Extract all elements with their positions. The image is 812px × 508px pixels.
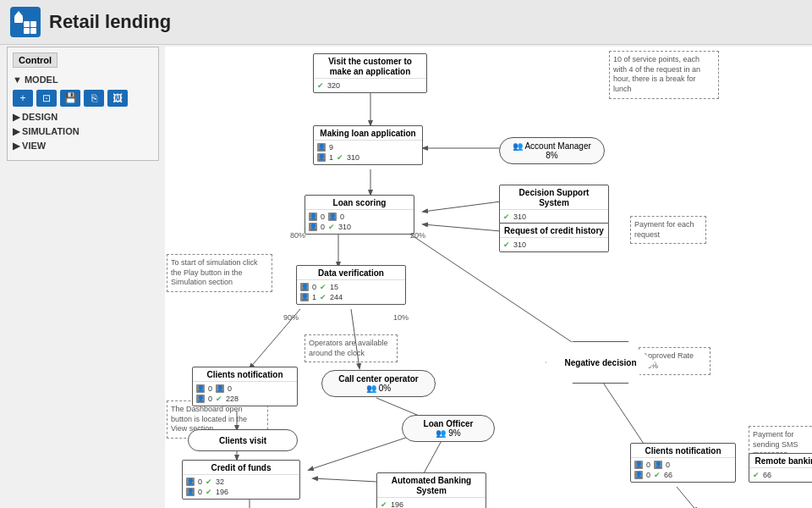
clients-notification1-stats: 👤 0 👤 0 👤 0 ✔ 228 xyxy=(193,382,297,406)
pct-20: 20% xyxy=(410,231,425,240)
loan-officer-title: Loan Officer xyxy=(409,419,487,428)
view-section[interactable]: ▶ VIEW xyxy=(13,141,153,152)
negative-decision-title: Negative decision xyxy=(564,358,636,367)
making-loan-stats: 👤 9 👤 1 ✔ 310 xyxy=(314,141,422,164)
view-label: ▶ VIEW xyxy=(13,141,153,152)
annotation-operators: Operators are available around the clock xyxy=(304,334,398,362)
svg-rect-2 xyxy=(24,21,30,27)
loan-officer-pct: 👥 9% xyxy=(409,428,487,438)
control-tab[interactable]: Control xyxy=(13,52,58,68)
add-btn[interactable]: + xyxy=(13,90,33,107)
data-verification-stats: 👤 0 ✔ 15 👤 1 ✔ 244 xyxy=(297,280,405,304)
svg-rect-0 xyxy=(14,16,23,23)
clients-notification2-node[interactable]: Clients notification 👤 0 👤 0 👤 0 ✔ 66 xyxy=(630,443,736,483)
svg-marker-1 xyxy=(14,11,23,16)
remote-banking-title: Remote banking service xyxy=(749,454,812,468)
pct-80: 80% xyxy=(290,231,305,240)
credit-of-funds-node[interactable]: Credit of funds 👤 0 ✔ 32 👤 0 ✔ 196 xyxy=(182,460,300,500)
data-verification-node[interactable]: Data verification 👤 0 ✔ 15 👤 1 ✔ 244 xyxy=(296,265,406,305)
simulation-section[interactable]: ▶ SIMULATION xyxy=(13,126,153,137)
control-panel: Control ▼ MODEL + ⊡ 💾 ⎘ 🖼 ▶ DESIGN ▶ SIM… xyxy=(7,47,159,161)
svg-rect-3 xyxy=(30,21,36,27)
model-tools: + ⊡ 💾 ⎘ 🖼 xyxy=(13,90,153,107)
visit-customer-node[interactable]: Visit the customer to make an applicatio… xyxy=(313,53,427,93)
annotation-payment-request: Payment for each request xyxy=(630,216,706,244)
page-title: Retail lending xyxy=(49,11,171,33)
svg-line-24 xyxy=(677,487,698,508)
decision-support-node[interactable]: Decision Support System ✔ 310 xyxy=(499,185,609,224)
pct-90: 90% xyxy=(283,313,299,322)
account-manager-icon: 👥 xyxy=(513,141,523,151)
call-center-title: Call center operator xyxy=(329,374,428,384)
decision-support-title: Decision Support System xyxy=(500,185,608,210)
automated-banking-stats: ✔ 196 xyxy=(377,498,486,508)
copy-btn[interactable]: ⎘ xyxy=(84,90,104,107)
design-label: ▶ DESIGN xyxy=(13,112,153,123)
call-center-node[interactable]: Call center operator 👥 0% xyxy=(321,370,436,397)
visit-customer-stats: ✔ 320 xyxy=(314,79,426,92)
loan-officer-node[interactable]: Loan Officer 👥 9% xyxy=(402,415,495,442)
svg-rect-4 xyxy=(24,28,30,34)
negative-decision-shape: Negative decision xyxy=(546,341,656,384)
making-loan-title: Making loan application xyxy=(314,126,422,141)
visit-customer-title: Visit the customer to make an applicatio… xyxy=(314,54,426,79)
clients-visit-title: Clients visit xyxy=(219,436,266,445)
loan-scoring-stats: 👤 0 👤 0 👤 0 ✔ 310 xyxy=(305,210,414,234)
image-btn[interactable]: 🖼 xyxy=(107,90,128,107)
negative-decision-node[interactable]: Negative decision xyxy=(546,341,656,384)
simulation-label: ▶ SIMULATION xyxy=(13,126,153,137)
making-loan-node[interactable]: Making loan application 👤 9 👤 1 ✔ 310 xyxy=(313,125,423,165)
diagram-canvas: 10 of service points, each with 4 of the… xyxy=(165,47,812,508)
request-credit-title: Request of credit history xyxy=(500,224,608,238)
svg-line-22 xyxy=(596,373,647,449)
credit-of-funds-stats: 👤 0 ✔ 32 👤 0 ✔ 196 xyxy=(183,475,299,499)
pct-10: 10% xyxy=(393,313,409,322)
request-credit-node[interactable]: Request of credit history ✔ 310 xyxy=(499,223,609,252)
design-section[interactable]: ▶ DESIGN xyxy=(13,112,153,123)
remote-banking-stats: ✔ 66 xyxy=(749,468,812,482)
svg-rect-5 xyxy=(30,28,36,34)
decision-support-stats: ✔ 310 xyxy=(500,210,608,224)
save-btn[interactable]: 💾 xyxy=(60,90,80,107)
remote-banking-node[interactable]: Remote banking service ✔ 66 xyxy=(749,453,812,483)
annotation-top-right: 10 of service points, each with 4 of the… xyxy=(609,51,719,99)
account-manager-node[interactable]: 👥 Account Manager 8% xyxy=(499,137,605,164)
import-btn[interactable]: ⊡ xyxy=(36,90,57,107)
loan-scoring-node[interactable]: Loan scoring 👤 0 👤 0 👤 0 ✔ 310 xyxy=(304,195,414,235)
clients-notification1-node[interactable]: Clients notification 👤 0 👤 0 👤 0 ✔ 228 xyxy=(192,367,298,406)
account-manager-title: Account Manager xyxy=(524,141,590,151)
model-label: ▼ MODEL xyxy=(13,75,153,85)
loan-scoring-title: Loan scoring xyxy=(305,196,414,210)
annotation-simulation: To start of simulation click the Play bu… xyxy=(167,254,272,292)
model-section[interactable]: ▼ MODEL xyxy=(13,75,153,85)
clients-notification2-title: Clients notification xyxy=(631,444,735,458)
automated-banking-title: Automated Banking System xyxy=(377,473,486,498)
app-logo xyxy=(10,7,41,37)
clients-notification2-stats: 👤 0 👤 0 👤 0 ✔ 66 xyxy=(631,458,735,482)
request-credit-stats: ✔ 310 xyxy=(500,238,608,251)
clients-notification1-title: Clients notification xyxy=(193,367,297,382)
app-header: Retail lending xyxy=(0,0,812,45)
account-manager-pct: 8% xyxy=(546,151,557,160)
credit-of-funds-title: Credit of funds xyxy=(183,461,299,475)
automated-banking-node[interactable]: Automated Banking System ✔ 196 xyxy=(376,472,486,508)
data-verification-title: Data verification xyxy=(297,266,405,280)
call-center-pct: 👥 0% xyxy=(329,384,428,393)
clients-visit-node[interactable]: Clients visit xyxy=(188,429,298,451)
